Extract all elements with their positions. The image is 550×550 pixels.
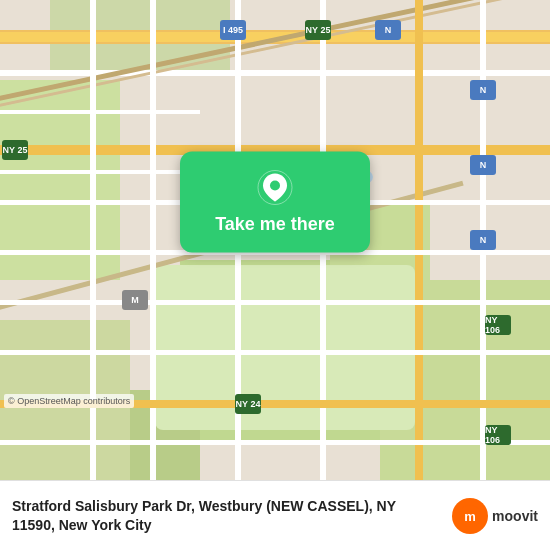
info-bar: Stratford Salisbury Park Dr, Westbury (N… — [0, 480, 550, 550]
shield-i495: I 495 — [220, 20, 246, 40]
take-me-there-button[interactable]: Take me there — [180, 151, 370, 252]
shield-ny25-left: NY 25 — [2, 140, 28, 160]
shield-n-2: N — [470, 155, 496, 175]
moovit-svg: m — [459, 505, 481, 527]
pin-container — [210, 169, 340, 205]
shield-n-1: N — [470, 80, 496, 100]
shield-ny25-top: NY 25 — [305, 20, 331, 40]
horizontal-road-6 — [0, 440, 550, 445]
moovit-text: moovit — [492, 508, 538, 524]
horizontal-road-4 — [0, 300, 550, 305]
shield-ny106-1: NY 106 — [485, 315, 511, 335]
map-container: I 495 NY 25 NY 25 N N N N NY 106 NY 106 … — [0, 0, 550, 480]
local-road-2 — [0, 170, 200, 174]
address-line: Stratford Salisbury Park Dr, Westbury (N… — [12, 497, 440, 533]
shield-n-top: N — [375, 20, 401, 40]
button-label: Take me there — [210, 213, 340, 234]
osm-attribution: © OpenStreetMap contributors — [4, 394, 134, 408]
local-road-1 — [0, 110, 200, 114]
vertical-road-2 — [150, 0, 156, 480]
location-pin-icon — [257, 169, 293, 205]
cross-road-top — [0, 70, 550, 76]
moovit-icon: m — [452, 498, 488, 534]
vertical-highway-right — [415, 0, 423, 480]
vertical-road-1 — [90, 0, 96, 480]
horizontal-road-5 — [0, 350, 550, 355]
svg-point-1 — [270, 180, 280, 190]
shield-m: M — [122, 290, 148, 310]
moovit-logo: m moovit — [452, 498, 538, 534]
svg-text:m: m — [464, 509, 476, 524]
shield-ny24: NY 24 — [235, 394, 261, 414]
shield-n-3: N — [470, 230, 496, 250]
shield-ny106-2: NY 106 — [485, 425, 511, 445]
info-text: Stratford Salisbury Park Dr, Westbury (N… — [12, 497, 440, 533]
